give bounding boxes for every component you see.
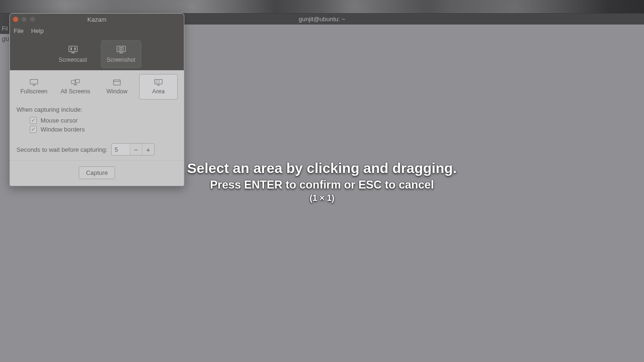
overlay-dimensions: (1 × 1) xyxy=(0,193,644,203)
target-window-label: Window xyxy=(107,88,127,95)
svg-rect-0 xyxy=(69,46,77,52)
svg-rect-3 xyxy=(71,52,74,53)
checkbox-mouse-cursor[interactable]: ✓ xyxy=(30,117,37,124)
capture-target-row: Fullscreen All Screens Window xyxy=(10,70,184,103)
svg-rect-7 xyxy=(119,52,123,53)
svg-rect-8 xyxy=(30,80,38,84)
wait-seconds-decrement[interactable]: − xyxy=(130,144,142,155)
kazam-title-text: Kazam xyxy=(10,16,184,23)
svg-rect-13 xyxy=(114,80,120,85)
capture-button[interactable]: Capture xyxy=(79,166,115,179)
target-all-screens[interactable]: All Screens xyxy=(56,74,95,99)
fullscreen-monitor-icon xyxy=(29,79,39,86)
screencast-icon xyxy=(68,45,78,54)
include-label: When capturing include: xyxy=(17,106,177,113)
area-monitor-icon xyxy=(154,79,163,86)
mode-screencast-label: Screencast xyxy=(58,57,87,63)
kazam-mode-toolbar: Screencast Screenshot xyxy=(10,36,184,70)
wait-label: Seconds to wait before capturing: xyxy=(17,146,107,153)
svg-rect-9 xyxy=(33,85,35,86)
window-maximize-button[interactable] xyxy=(30,16,35,22)
mode-screencast[interactable]: Screencast xyxy=(53,41,93,68)
checkbox-window-borders[interactable]: ✓ xyxy=(30,126,37,133)
target-area-label: Area xyxy=(152,88,165,95)
mode-screenshot[interactable]: Screenshot xyxy=(101,41,141,68)
svg-rect-17 xyxy=(157,85,160,86)
target-window[interactable]: Window xyxy=(98,74,136,99)
target-all-screens-label: All Screens xyxy=(60,88,90,95)
checkbox-mouse-cursor-label: Mouse cursor xyxy=(41,117,78,124)
svg-rect-16 xyxy=(156,81,159,83)
window-close-button[interactable] xyxy=(13,16,18,22)
window-minimize-button[interactable] xyxy=(21,16,27,22)
terminal-title-text: gunjit@ubuntu: ~ xyxy=(299,16,346,23)
checkbox-window-borders-label: Window borders xyxy=(41,126,85,133)
menu-file[interactable]: File xyxy=(14,27,24,34)
svg-rect-12 xyxy=(74,84,77,85)
svg-rect-4 xyxy=(117,46,125,52)
mode-screenshot-label: Screenshot xyxy=(107,57,135,63)
desktop-wallpaper xyxy=(0,0,644,13)
wait-seconds-spinbox[interactable]: − + xyxy=(111,143,155,156)
kazam-titlebar[interactable]: Kazam xyxy=(10,14,184,25)
kazam-menubar: File Help xyxy=(10,25,184,36)
svg-rect-2 xyxy=(74,48,75,50)
window-icon xyxy=(112,79,122,86)
kazam-window: Kazam File Help Screencast Screenshot xyxy=(9,13,184,186)
menu-help[interactable]: Help xyxy=(31,27,44,34)
target-area[interactable]: Area xyxy=(139,74,178,99)
wait-seconds-increment[interactable]: + xyxy=(142,144,154,155)
screenshot-icon xyxy=(116,45,126,54)
target-fullscreen-label: Fullscreen xyxy=(20,88,48,95)
all-screens-icon xyxy=(71,79,80,86)
svg-point-6 xyxy=(120,48,122,50)
svg-rect-1 xyxy=(70,48,72,50)
svg-rect-15 xyxy=(155,80,162,84)
wait-seconds-input[interactable] xyxy=(112,146,130,153)
target-fullscreen[interactable]: Fullscreen xyxy=(15,74,53,99)
